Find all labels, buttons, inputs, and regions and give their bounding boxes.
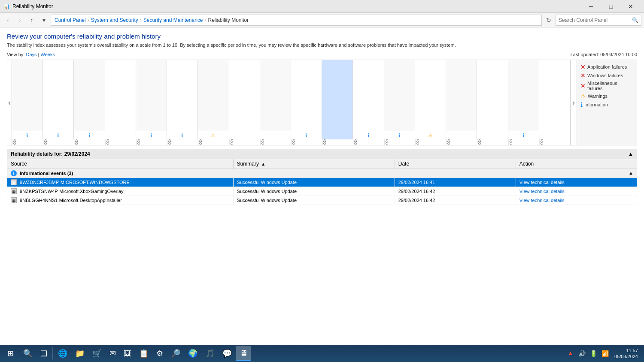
- warning-icon: ⚠: [211, 133, 216, 139]
- view-days-link[interactable]: Days: [26, 52, 36, 57]
- table-row[interactable]: ▦ 9WZDNCRFJBMP-MICROSOFT.WINDOWSSTORE Su…: [7, 178, 637, 187]
- edge-button[interactable]: 🌐: [55, 346, 71, 361]
- event-row-cell[interactable]: [477, 131, 508, 139]
- chart-col[interactable]: [539, 60, 570, 131]
- browser2-button[interactable]: 🌍: [185, 346, 201, 361]
- chart-col[interactable]: [291, 60, 322, 131]
- chart-col[interactable]: [260, 60, 291, 131]
- source-name: 9NBLGGH4NNS1-Microsoft.DesktopAppInstall…: [20, 198, 122, 203]
- file-explorer-button[interactable]: 📁: [72, 346, 88, 361]
- event-row-cell[interactable]: ℹ: [43, 131, 74, 139]
- tray-icon-sound[interactable]: 🔊: [577, 350, 587, 357]
- details-table: Source Summary ▲ Date Action i Informati…: [7, 159, 637, 205]
- date-label-cell: 19/02/2024: [74, 139, 105, 145]
- action-cell[interactable]: View technical details: [516, 196, 637, 205]
- minimize-button[interactable]: ─: [581, 0, 601, 13]
- source-cell: ▦ 9NZKPSTSNW4P-Microsoft.XboxGamingOverl…: [7, 187, 234, 196]
- chart-col[interactable]: [105, 60, 136, 131]
- search-taskbar-button[interactable]: 🔍: [20, 346, 36, 361]
- breadcrumb-reliability-monitor: Reliability Monitor: [208, 17, 249, 23]
- event-row-cell[interactable]: [105, 131, 136, 139]
- event-row-cell[interactable]: [260, 131, 291, 139]
- history-button[interactable]: ▾: [39, 15, 49, 25]
- event-row-cell[interactable]: [446, 131, 477, 139]
- back-button[interactable]: ‹: [3, 15, 13, 25]
- refresh-button[interactable]: ↻: [544, 15, 554, 25]
- reliability-monitor-taskbar[interactable]: 🖥: [236, 346, 251, 361]
- event-row-cell[interactable]: ⚠: [198, 131, 229, 139]
- col-summary[interactable]: Summary ▲: [233, 159, 395, 169]
- details-collapse[interactable]: ▲: [628, 151, 633, 157]
- chart-col[interactable]: [384, 60, 415, 131]
- search-input[interactable]: [559, 17, 630, 23]
- search-icon[interactable]: 🔍: [632, 17, 638, 23]
- media-button[interactable]: 🎵: [202, 346, 218, 361]
- chart-scroll-right[interactable]: ›: [570, 60, 577, 145]
- tray-icon-network[interactable]: 🔺: [565, 350, 575, 357]
- chart-col[interactable]: [167, 60, 198, 131]
- event-row-cell[interactable]: ℹ: [291, 131, 322, 139]
- breadcrumb: Control Panel › System and Security › Se…: [51, 15, 542, 26]
- tray-icon-wifi[interactable]: 📶: [600, 350, 610, 357]
- app-failure-icon: ✕: [580, 63, 586, 70]
- info-icon: ℹ: [88, 133, 91, 139]
- mail-button[interactable]: ✉: [106, 346, 119, 361]
- address-bar: ‹ › ↑ ▾ Control Panel › System and Secur…: [0, 13, 644, 27]
- teams-button[interactable]: 💬: [219, 346, 235, 361]
- action-cell[interactable]: View technical details: [516, 178, 637, 187]
- breadcrumb-security-maintenance[interactable]: Security and Maintenance: [143, 17, 203, 23]
- event-row-cell[interactable]: [322, 131, 353, 139]
- chart-col[interactable]: [477, 60, 508, 131]
- event-row-cell[interactable]: [539, 131, 570, 139]
- settings-button[interactable]: ⚙: [153, 346, 167, 361]
- chart-col[interactable]: [136, 60, 167, 131]
- event-row-cell[interactable]: ⚠: [415, 131, 446, 139]
- sticky-notes-button[interactable]: 📋: [136, 346, 152, 361]
- search2-button[interactable]: 🔎: [167, 346, 184, 361]
- event-row-cell[interactable]: ℹ: [12, 131, 43, 139]
- start-button[interactable]: ⊞: [2, 346, 19, 361]
- event-row-cell[interactable]: [229, 131, 260, 139]
- action-cell[interactable]: View technical details: [516, 187, 637, 196]
- chart-col[interactable]: [229, 60, 260, 131]
- photos-button[interactable]: 🖼: [120, 346, 135, 361]
- table-row[interactable]: ▦ 9NZKPSTSNW4P-Microsoft.XboxGamingOverl…: [7, 187, 637, 196]
- chart-col[interactable]: [322, 60, 353, 131]
- chart-col[interactable]: [12, 60, 43, 131]
- store-button[interactable]: 🛒: [89, 346, 105, 361]
- chart-area: 10 5 1 ℹℹℹℹℹ⚠ℹℹℹ⚠ℹ 15/02/202417/02/20241…: [12, 60, 570, 145]
- section-header-row[interactable]: i Informational events (3) ▲: [7, 169, 637, 178]
- breadcrumb-system-security[interactable]: System and Security: [91, 17, 138, 23]
- event-row-cell[interactable]: ℹ: [384, 131, 415, 139]
- chart-container: ‹ 10 5 1 ℹℹℹℹℹ⚠ℹℹℹ⚠ℹ 15/02/202417/02/: [7, 60, 637, 145]
- chart-col[interactable]: [415, 60, 446, 131]
- up-button[interactable]: ↑: [27, 15, 37, 25]
- event-row-cell[interactable]: ℹ: [167, 131, 198, 139]
- view-weeks-link[interactable]: Weeks: [40, 52, 55, 57]
- chart-col[interactable]: [43, 60, 74, 131]
- date-cell: 29/02/2024 16:41: [395, 178, 516, 187]
- event-row-cell[interactable]: ℹ: [353, 131, 384, 139]
- close-button[interactable]: ✕: [621, 0, 641, 13]
- chart-col[interactable]: [74, 60, 105, 131]
- chart-col[interactable]: [198, 60, 229, 131]
- source-name: 9NZKPSTSNW4P-Microsoft.XboxGamingOverlay: [20, 189, 123, 194]
- legend-misc-failures: ✕ Miscellaneous failures: [580, 81, 633, 91]
- event-row-cell[interactable]: ℹ: [136, 131, 167, 139]
- section-toggle-icon[interactable]: ▲: [629, 170, 633, 175]
- tray-icon-battery[interactable]: 🔋: [589, 350, 598, 357]
- event-row-cell[interactable]: ℹ: [508, 131, 539, 139]
- chart-col[interactable]: [508, 60, 539, 131]
- maximize-button[interactable]: □: [601, 0, 621, 13]
- details-title: Reliability details for: 29/02/2024: [11, 151, 90, 157]
- forward-button[interactable]: ›: [15, 15, 25, 25]
- chart-col[interactable]: [446, 60, 477, 131]
- chart-scroll-left[interactable]: ‹: [7, 60, 12, 145]
- table-row[interactable]: ▦ 9NBLGGH4NNS1-Microsoft.DesktopAppInsta…: [7, 196, 637, 205]
- task-view-button[interactable]: ❑: [37, 346, 51, 361]
- event-row-cell[interactable]: ℹ: [74, 131, 105, 139]
- source-icon: ▦: [11, 197, 17, 203]
- breadcrumb-control-panel[interactable]: Control Panel: [55, 17, 86, 23]
- chart-col[interactable]: [353, 60, 384, 131]
- system-clock[interactable]: 11:57 05/03/2024: [612, 347, 641, 360]
